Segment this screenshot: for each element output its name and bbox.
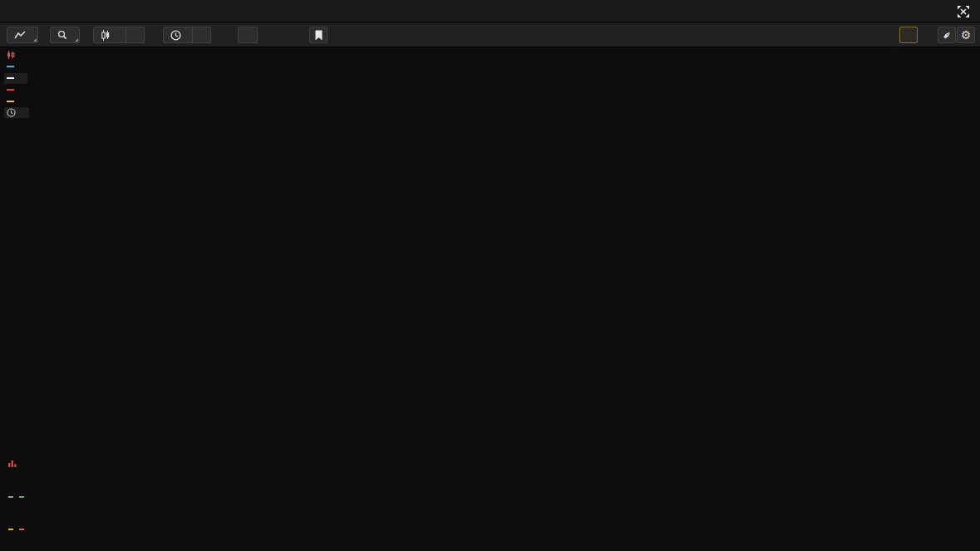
sma100-legend-row[interactable] [4,96,27,106]
kerzen-segment[interactable] [101,27,115,42]
bookmark-button[interactable] [309,27,327,43]
dropdown-indicator [75,38,78,42]
bb-legend-icon [7,66,14,67]
clock-segment[interactable] [170,27,181,42]
chart-window: ✒ ⚙ [0,0,980,551]
bb-legend-row[interactable] [4,61,39,72]
indicator-legend [4,50,45,119]
toolbar: ✒ ⚙ [0,23,980,47]
sma200-legend-icon [7,89,14,91]
brush-icon: ✒ [939,27,954,42]
candle-interval-group[interactable] [93,27,145,43]
dropdown-indicator [33,38,37,42]
bookmark-icon [315,30,323,41]
button-divider [126,27,126,42]
chart-canvas[interactable] [0,47,980,551]
line-chart-icon [14,31,26,39]
clock-icon [7,108,16,117]
clock-icon [170,30,181,41]
candlestick-icon [101,30,111,41]
button-divider [192,27,193,42]
feedback-button[interactable] [899,27,918,43]
rsi-legend[interactable] [4,492,40,501]
macd-legend-icon [8,529,13,530]
mini-candle-icon [7,51,15,59]
title-bar [0,0,980,23]
wert-search-button[interactable] [50,27,80,43]
instrument-legend-row[interactable] [4,50,45,61]
gear-icon: ⚙ [961,28,972,42]
search-icon [57,30,67,40]
ema-legend-icon [7,77,14,79]
drawing-tools-button[interactable]: ✒ [938,27,956,43]
daterange-row[interactable] [4,107,29,118]
sma100-legend-icon [7,101,14,102]
chart-type-button[interactable] [7,27,38,43]
macd-legend-icon2 [19,529,24,530]
period-group[interactable] [163,27,211,43]
sma200-legend-row[interactable] [4,85,27,96]
ema-legend-row[interactable] [4,73,27,84]
rsi-legend-icon2 [19,496,24,498]
volume-icon [8,460,17,467]
rsi-legend-icon [8,496,13,498]
expand-icon[interactable] [957,5,970,18]
settings-button[interactable]: ⚙ [957,27,975,43]
macd-legend[interactable] [4,524,56,534]
volume-legend[interactable] [4,458,40,467]
indicators-button[interactable] [238,27,258,43]
